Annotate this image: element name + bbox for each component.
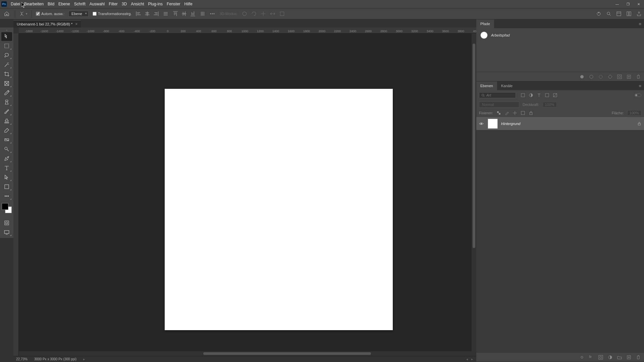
- brush-tool[interactable]: [1, 107, 12, 116]
- align-middle-icon[interactable]: [181, 11, 187, 17]
- window-minimize-button[interactable]: —: [612, 0, 623, 8]
- align-center-h-icon[interactable]: [144, 11, 150, 17]
- stamp-tool[interactable]: [1, 117, 12, 125]
- distribute-v-icon[interactable]: [200, 11, 205, 16]
- layer-list[interactable]: Hintergrund: [476, 117, 644, 352]
- pen-tool[interactable]: [1, 154, 12, 163]
- blend-mode-dropdown[interactable]: Normal: [479, 102, 519, 108]
- auto-select-checkbox[interactable]: Autom. ausw.:: [36, 12, 64, 16]
- lock-pixels-icon[interactable]: [504, 111, 509, 115]
- distribute-h-icon[interactable]: [163, 11, 168, 16]
- menu-datei[interactable]: Datei: [9, 0, 22, 8]
- menu-hilfe[interactable]: Hilfe: [182, 0, 195, 8]
- layer-fx-icon[interactable]: fx: [589, 355, 594, 360]
- dodge-tool[interactable]: [1, 145, 12, 154]
- more-align-options-icon[interactable]: [209, 11, 215, 17]
- next-icon[interactable]: ▸: [471, 357, 473, 361]
- tab-layers[interactable]: Ebenen: [476, 81, 497, 90]
- layer-thumbnail[interactable]: [488, 119, 498, 129]
- lock-transparency-icon[interactable]: [496, 111, 501, 115]
- align-bottom-icon[interactable]: [190, 11, 196, 17]
- filter-adjust-icon[interactable]: [529, 93, 533, 98]
- menu-schrift[interactable]: Schrift: [72, 0, 88, 8]
- layer-search[interactable]: [479, 92, 516, 98]
- filter-type-icon[interactable]: [537, 93, 541, 98]
- marquee-tool[interactable]: [1, 42, 12, 50]
- canvas-viewport[interactable]: [19, 34, 476, 356]
- color-swatch[interactable]: [2, 203, 12, 213]
- lasso-tool[interactable]: [1, 51, 12, 60]
- eraser-tool[interactable]: [1, 126, 12, 135]
- path-item[interactable]: Arbeitspfad: [478, 30, 642, 40]
- canvas[interactable]: [165, 89, 393, 330]
- home-button[interactable]: [3, 10, 11, 18]
- crop-tool[interactable]: [1, 70, 12, 78]
- add-mask-icon[interactable]: [617, 74, 622, 79]
- shape-tool[interactable]: [1, 182, 12, 191]
- document-dimensions[interactable]: 3000 Px x 3000 Px (300 ppi): [34, 357, 76, 361]
- gradient-tool[interactable]: [1, 135, 12, 144]
- add-mask-icon[interactable]: [598, 355, 603, 360]
- frame-tool[interactable]: [1, 79, 12, 88]
- heal-tool[interactable]: [1, 98, 12, 107]
- cloud-docs-icon[interactable]: [596, 11, 602, 17]
- path-name[interactable]: Arbeitspfad: [491, 33, 510, 37]
- current-tool-indicator[interactable]: ▾: [19, 11, 28, 16]
- align-right-icon[interactable]: [153, 11, 159, 17]
- layer-lock-icon[interactable]: [637, 122, 641, 126]
- selection-to-path-icon[interactable]: [608, 74, 612, 79]
- eyedropper-tool[interactable]: [1, 88, 12, 97]
- lock-artboard-icon[interactable]: [521, 111, 525, 115]
- lock-all-icon[interactable]: [529, 111, 533, 115]
- menu-plugins[interactable]: Plug-ins: [146, 0, 165, 8]
- fill-value[interactable]: 100%: [627, 110, 641, 116]
- filter-smart-icon[interactable]: [553, 93, 557, 98]
- arrange-docs-icon[interactable]: [616, 11, 622, 17]
- ruler-vertical[interactable]: [13, 34, 19, 356]
- document-tab[interactable]: Unbenannt-1 bei 22,7% (RGB/8) * ×: [13, 20, 81, 27]
- opacity-value[interactable]: 100%: [543, 102, 557, 107]
- move-tool[interactable]: [1, 32, 12, 41]
- menu-ebene[interactable]: Ebene: [56, 0, 72, 8]
- prev-icon[interactable]: ◂: [466, 357, 468, 361]
- tab-paths[interactable]: Pfade: [476, 19, 494, 28]
- more-tools-icon[interactable]: [1, 192, 12, 200]
- scrollbar-vertical[interactable]: [472, 34, 476, 351]
- share-icon[interactable]: [636, 11, 642, 17]
- transform-controls-checkbox[interactable]: Transformationsstrg.: [93, 12, 131, 16]
- menu-fenster[interactable]: Fenster: [165, 0, 182, 8]
- align-top-icon[interactable]: [172, 11, 178, 17]
- filter-shape-icon[interactable]: [545, 93, 549, 98]
- path-select-tool[interactable]: [1, 173, 12, 182]
- ruler-horizontal[interactable]: -1800-1600-1400-1200-1000-800-600-400-20…: [19, 27, 476, 34]
- wand-tool[interactable]: [1, 60, 12, 69]
- zoom-level[interactable]: 22,73%: [16, 357, 28, 361]
- menu-ansicht[interactable]: Ansicht: [129, 0, 146, 8]
- layers-panel-menu-icon[interactable]: ≡: [636, 83, 644, 88]
- new-group-icon[interactable]: [617, 355, 622, 360]
- delete-path-icon[interactable]: [636, 74, 641, 79]
- layer-item[interactable]: Hintergrund: [476, 117, 644, 130]
- stroke-path-icon[interactable]: [589, 74, 594, 79]
- menu-auswahl[interactable]: Auswahl: [88, 0, 107, 8]
- layer-search-input[interactable]: [486, 93, 510, 97]
- menu-3d[interactable]: 3D: [120, 0, 129, 8]
- screen-mode-icon[interactable]: [1, 228, 12, 237]
- filter-pixel-icon[interactable]: [521, 93, 525, 98]
- search-icon[interactable]: [606, 11, 612, 17]
- adjustment-layer-icon[interactable]: [608, 355, 612, 360]
- quick-mask-icon[interactable]: [1, 219, 12, 227]
- type-tool[interactable]: [1, 164, 12, 172]
- new-layer-icon[interactable]: [627, 355, 631, 360]
- fill-path-icon[interactable]: [580, 74, 584, 79]
- link-layers-icon[interactable]: [580, 355, 584, 360]
- path-to-selection-icon[interactable]: [598, 74, 603, 79]
- window-close-button[interactable]: ✕: [633, 0, 644, 8]
- layer-name[interactable]: Hintergrund: [501, 122, 520, 126]
- lock-position-icon[interactable]: [513, 111, 517, 115]
- paths-panel-menu-icon[interactable]: ≡: [636, 21, 644, 26]
- document-tab-close-icon[interactable]: ×: [75, 22, 77, 26]
- auto-select-target-dropdown[interactable]: Ebene: [68, 11, 89, 17]
- menu-filter[interactable]: Filter: [107, 0, 120, 8]
- filter-toggle[interactable]: [635, 94, 641, 97]
